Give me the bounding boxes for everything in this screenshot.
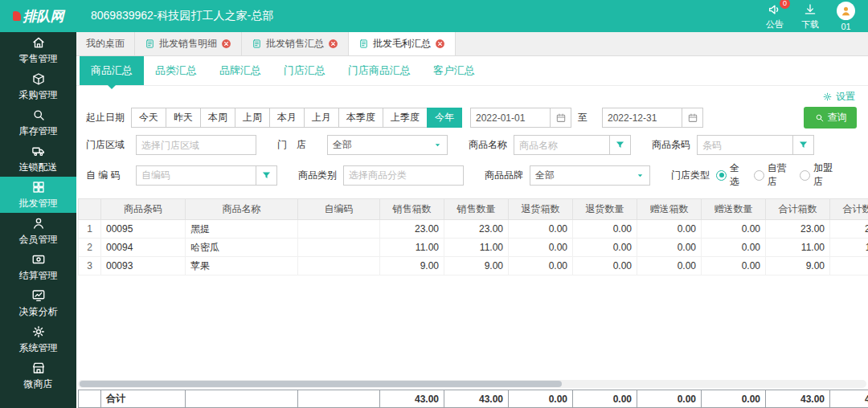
sidebar-item-label: 结算管理 bbox=[19, 269, 58, 283]
report-subtab[interactable]: 品类汇总 bbox=[144, 56, 208, 85]
column-header: 销售数量 bbox=[444, 199, 509, 220]
sidebar-item[interactable]: 零售管理 bbox=[0, 32, 76, 68]
table-cell: 23.00 bbox=[766, 220, 830, 239]
sidebar-item[interactable]: 结算管理 bbox=[0, 249, 76, 285]
avatar bbox=[837, 2, 855, 20]
table-row[interactable]: 300093苹果9.009.000.000.000.000.009.009.00 bbox=[79, 257, 868, 275]
self-code-filter-button[interactable] bbox=[256, 165, 277, 186]
horizontal-scrollbar[interactable] bbox=[78, 380, 866, 388]
workspace-tab[interactable]: 批发销售汇总 bbox=[242, 32, 349, 55]
date-preset-button[interactable]: 上月 bbox=[304, 108, 339, 128]
download-label: 下载 bbox=[801, 18, 819, 31]
barcode-group: 商品条码 bbox=[652, 135, 814, 155]
filter-row-dates: 起止日期 今天昨天本周上周本月上月本季度上季度今年 至 查询 bbox=[86, 107, 857, 129]
date-preset-button[interactable]: 本月 bbox=[269, 108, 305, 128]
table-cell bbox=[298, 257, 380, 275]
caret-down-icon bbox=[636, 171, 645, 180]
table-row[interactable]: 200094哈密瓜11.0011.000.000.000.000.0011.00… bbox=[79, 239, 868, 257]
calendar-icon bbox=[687, 112, 698, 124]
settings-button[interactable]: 设置 bbox=[822, 90, 855, 104]
sidebar-item[interactable]: 系统管理 bbox=[0, 321, 76, 357]
brand-select[interactable]: 全部 bbox=[530, 165, 650, 186]
product-name-filter-button[interactable] bbox=[609, 135, 631, 155]
date-preset-button[interactable]: 上季度 bbox=[383, 108, 428, 128]
column-header: 退货箱数 bbox=[509, 199, 573, 220]
date-preset-button[interactable]: 昨天 bbox=[166, 108, 201, 128]
system-icon bbox=[31, 324, 46, 339]
close-icon[interactable] bbox=[435, 39, 445, 49]
gear-icon bbox=[822, 92, 833, 102]
store-select-value: 全部 bbox=[333, 138, 352, 152]
sidebar-item-label: 采购管理 bbox=[19, 88, 58, 102]
report-subtab[interactable]: 商品汇总 bbox=[80, 56, 144, 85]
table-cell: 0.00 bbox=[509, 220, 573, 239]
sidebar-item[interactable]: 会员管理 bbox=[0, 213, 76, 249]
workspace-tab[interactable]: 批发销售明细 bbox=[135, 32, 242, 55]
report-subtab[interactable]: 品牌汇总 bbox=[208, 56, 272, 85]
store-type-radio[interactable]: 加盟店 bbox=[800, 161, 836, 189]
settlement-icon bbox=[31, 252, 46, 267]
sidebar-item-label: 零售管理 bbox=[19, 52, 58, 66]
query-button[interactable]: 查询 bbox=[804, 107, 857, 129]
report-subtab[interactable]: 门店商品汇总 bbox=[337, 56, 422, 85]
workspace-tab[interactable]: 我的桌面 bbox=[76, 32, 135, 55]
sidebar-item-label: 连锁配送 bbox=[19, 161, 58, 174]
store-select[interactable]: 全部 bbox=[327, 135, 448, 155]
announcement-button[interactable]: 0 公告 bbox=[766, 2, 784, 31]
person-icon bbox=[840, 5, 852, 17]
date-preset-button[interactable]: 今天 bbox=[131, 108, 166, 128]
date-from-input[interactable] bbox=[470, 108, 551, 128]
sidebar-item[interactable]: 微商店 bbox=[0, 357, 76, 394]
barcode-input[interactable] bbox=[697, 135, 793, 155]
product-name-group: 商品名称 bbox=[469, 135, 631, 155]
report-subtab[interactable]: 客户汇总 bbox=[422, 56, 486, 85]
self-code-group: 自 编 码 bbox=[86, 165, 277, 186]
scrollbar-thumb[interactable] bbox=[80, 381, 562, 387]
store-label: 门 店 bbox=[277, 138, 321, 152]
summary-cell: 43.00 bbox=[444, 390, 509, 408]
barcode-label: 商品条码 bbox=[652, 138, 690, 152]
sidebar-item[interactable]: 库存管理 bbox=[0, 104, 76, 141]
date-preset-button[interactable]: 上周 bbox=[235, 108, 270, 128]
user-menu[interactable]: 01 bbox=[837, 2, 855, 31]
column-header: 退货数量 bbox=[573, 199, 637, 220]
sidebar-item[interactable]: 连锁配送 bbox=[0, 141, 76, 177]
sidebar-item[interactable]: 批发管理 bbox=[0, 177, 76, 213]
table-row[interactable]: 100095黑提23.0023.000.000.000.000.0023.002… bbox=[79, 220, 868, 239]
store-type-group: 门店类型 全选自营店加盟店 bbox=[671, 161, 836, 189]
table-cell: 0.00 bbox=[637, 257, 702, 275]
brand-label: 商品品牌 bbox=[485, 169, 523, 182]
date-to-input[interactable] bbox=[602, 108, 682, 128]
self-code-input[interactable] bbox=[136, 165, 256, 186]
summary-cell: 0.00 bbox=[702, 390, 766, 408]
close-icon[interactable] bbox=[221, 39, 231, 49]
close-icon[interactable] bbox=[328, 39, 338, 49]
date-preset-button[interactable]: 今年 bbox=[427, 108, 462, 128]
store-type-radio[interactable]: 全选 bbox=[716, 161, 744, 189]
sidebar-item[interactable]: 决策分析 bbox=[0, 285, 76, 321]
subtab-label: 品类汇总 bbox=[155, 63, 197, 78]
sidebar-item-label: 会员管理 bbox=[19, 233, 58, 247]
date-preset-button[interactable]: 本季度 bbox=[338, 108, 383, 128]
workspace-tab[interactable]: 批发毛利汇总 bbox=[349, 32, 456, 55]
date-from-calendar-button[interactable] bbox=[550, 108, 571, 128]
table-cell: 23.00 bbox=[380, 220, 444, 239]
category-input[interactable] bbox=[343, 165, 464, 186]
report-subtab[interactable]: 门店汇总 bbox=[272, 56, 337, 85]
download-button[interactable]: 下载 bbox=[801, 2, 819, 31]
store-type-radio[interactable]: 自营店 bbox=[754, 161, 790, 189]
category-group: 商品类别 bbox=[298, 165, 464, 186]
date-preset-button[interactable]: 本周 bbox=[200, 108, 235, 128]
sidebar-item-label: 库存管理 bbox=[19, 124, 58, 138]
sidebar-item[interactable]: 采购管理 bbox=[0, 68, 76, 104]
summary-cell: 43.00 bbox=[766, 390, 830, 408]
column-header: 赠送数量 bbox=[702, 199, 766, 220]
date-range-label: 起止日期 bbox=[86, 111, 125, 124]
store-area-input[interactable] bbox=[136, 135, 256, 155]
summary-cell: 43.00 bbox=[380, 390, 444, 408]
table-cell: 00095 bbox=[101, 220, 186, 239]
product-name-input[interactable] bbox=[514, 135, 610, 155]
date-to-calendar-button[interactable] bbox=[682, 108, 703, 128]
table-cell: 2 bbox=[79, 239, 101, 257]
barcode-filter-button[interactable] bbox=[792, 135, 814, 155]
